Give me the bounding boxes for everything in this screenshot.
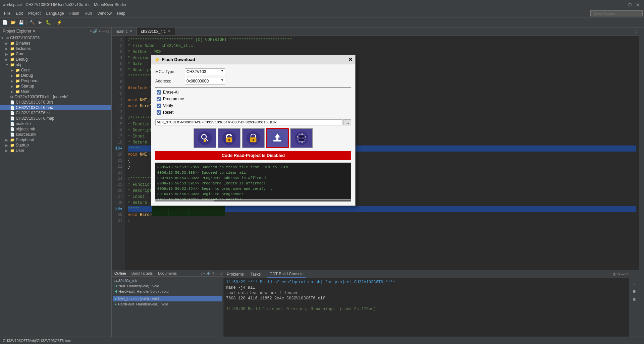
flash-divider-2 — [155, 117, 351, 117]
flash-mcu-wrapper: CH32V103 — [185, 68, 225, 75]
flash-chip-button[interactable]: CH32 — [290, 128, 313, 148]
flash-divider-1 — [155, 87, 351, 88]
chip-icon-svg: CH32 — [294, 131, 309, 146]
log-line-1: 0005#15:50:53:373>> Succeed to trans fil… — [157, 165, 349, 170]
flash-dialog-body: MCU Type: CH32V103 Address: 0x08000000 — [151, 64, 355, 206]
flash-lock-button[interactable] — [242, 128, 265, 148]
flash-path-browse-button[interactable]: ... — [343, 119, 351, 125]
log-line-6: 0010#15:50:55:389>> Begin to programme! — [157, 191, 349, 197]
download-icon-svg — [270, 131, 285, 146]
svg-rect-31 — [253, 139, 254, 141]
svg-rect-35 — [276, 136, 278, 140]
flash-address-wrapper: 0x08000000 — [185, 78, 225, 84]
flash-download-button[interactable] — [266, 128, 289, 148]
svg-rect-46 — [301, 133, 302, 135]
flash-address-select[interactable]: 0x08000000 — [185, 78, 225, 84]
svg-rect-43 — [305, 137, 306, 138]
flash-dialog-close[interactable]: ✕ — [348, 56, 353, 63]
svg-text:!: ! — [205, 140, 205, 142]
query-icon-svg: ! — [198, 131, 212, 146]
flash-reset-row: Reset — [155, 110, 351, 115]
log-line-2: 0006#15:50:53:388>> Succeed to clear-all… — [157, 170, 349, 175]
flash-title-icon: ⚡ — [154, 57, 160, 62]
flash-reset-checkbox[interactable] — [157, 110, 161, 115]
flash-scroll-indicator — [155, 200, 351, 202]
flash-path-input[interactable] — [155, 119, 342, 125]
svg-rect-41 — [297, 139, 298, 139]
flash-verify-row: Verify — [155, 103, 351, 108]
flash-title-left: ⚡ Flash Download — [154, 57, 195, 62]
svg-rect-33 — [273, 140, 281, 141]
svg-rect-45 — [300, 133, 300, 135]
flash-verify-checkbox[interactable] — [157, 104, 161, 108]
flash-download-dialog: ⚡ Flash Download ✕ MCU Type: CH32V103 Ad… — [151, 55, 356, 206]
flash-mcu-label: MCU Type: — [155, 69, 182, 74]
modal-overlay: CH32 V103 ⚡ Flash Download ✕ — [0, 0, 644, 344]
svg-rect-42 — [305, 136, 306, 137]
log-line-3: 0007#15:50:53:389>> Programme address is… — [157, 175, 349, 181]
flash-scroll-thumb — [155, 200, 214, 202]
flash-programme-label: Programme — [163, 97, 184, 101]
flash-query-button[interactable]: ! — [194, 128, 216, 148]
svg-rect-49 — [301, 141, 302, 143]
lock-icon-svg — [246, 131, 261, 146]
flash-icons-row: ! — [155, 128, 351, 148]
flash-reset-label: Reset — [163, 110, 173, 115]
flash-path-row: ... — [155, 119, 351, 125]
flash-verify-label: Verify — [163, 103, 173, 108]
svg-text:CH32: CH32 — [299, 137, 304, 139]
flash-red-bar: Code Read-Project Is Disabled — [155, 151, 351, 160]
log-line-7: 0011#15:50:55:892>> Succeed to verify! — [157, 197, 349, 199]
flash-programme-row: Programme — [155, 97, 351, 101]
svg-rect-44 — [305, 139, 306, 139]
svg-rect-40 — [297, 137, 298, 138]
svg-rect-48 — [300, 141, 300, 143]
flash-address-label: Address: — [155, 79, 182, 83]
flash-unlock-button[interactable] — [218, 128, 240, 148]
flash-erase-checkbox[interactable] — [157, 90, 161, 95]
flash-dialog-titlebar: ⚡ Flash Download ✕ — [151, 55, 355, 64]
log-line-5: 0009#15:50:53:394>> Begin to programme a… — [157, 186, 349, 191]
flash-log: 0005#15:50:53:373>> Succeed to trans fil… — [155, 163, 351, 199]
log-line-4: 0008#15:50:53:391>> Programme length is … — [157, 181, 349, 186]
flash-dialog-title: Flash Download — [162, 57, 195, 62]
flash-programme-checkbox[interactable] — [157, 97, 161, 101]
svg-rect-28 — [228, 139, 230, 141]
flash-address-row: Address: 0x08000000 — [155, 78, 351, 84]
svg-rect-47 — [302, 133, 303, 135]
svg-point-21 — [198, 131, 212, 145]
svg-rect-39 — [297, 136, 298, 137]
flash-mcu-select[interactable]: CH32V103 — [185, 68, 225, 75]
unlock-icon-svg — [222, 131, 236, 146]
flash-erase-row: Erase-All — [155, 90, 351, 95]
flash-mcu-row: MCU Type: CH32V103 — [155, 68, 351, 75]
flash-erase-label: Erase-All — [163, 90, 179, 95]
svg-rect-50 — [302, 141, 303, 143]
